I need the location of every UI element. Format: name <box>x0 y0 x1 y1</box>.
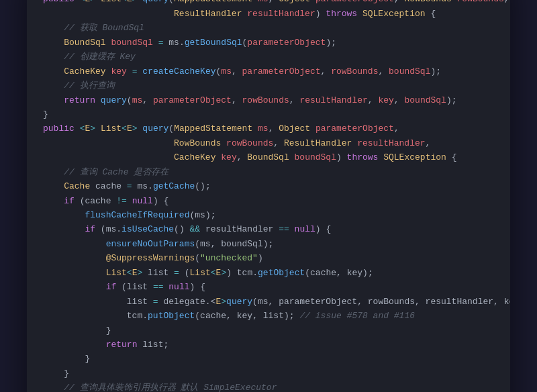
code-line: flushCacheIfRequired(ms); <box>43 208 494 222</box>
code-line: public <E> List<E> query(MappedStatement… <box>43 121 494 136</box>
code-line: return query(ms, parameterObject, rowBou… <box>43 93 494 107</box>
code-line: // 查询具体装饰引用执行器 默认 SimpleExecutor <box>43 381 494 392</box>
code-line: // 查询 Cache 是否存在 <box>43 165 494 179</box>
code-line: public <E> List<E> query(MappedStatement… <box>43 0 494 7</box>
code-line: } <box>43 107 494 121</box>
code-line: CacheKey key = createCacheKey(ms, parame… <box>43 64 494 79</box>
code-line: BoundSql boundSql = ms.getBoundSql(param… <box>43 36 494 50</box>
code-line: List<E> list = (List<E>) tcm.getObject(c… <box>43 266 494 280</box>
code-line: ensureNoOutParams(ms, boundSql); <box>43 237 494 251</box>
code-line: Cache cache = ms.getCache(); <box>43 179 494 193</box>
window-wrapper: public <E> List<E> query(MappedStatement… <box>27 0 510 392</box>
code-line: // 执行查询 <box>43 79 494 93</box>
code-line: if (ms.isUseCache() && resultHandler == … <box>43 222 494 236</box>
code-window: public <E> List<E> query(MappedStatement… <box>27 0 510 392</box>
code-line: } <box>43 366 494 381</box>
code-line: list = delegate.<E>query(ms, parameterOb… <box>43 295 494 309</box>
code-line: ResultHandler resultHandler) throws SQLE… <box>43 7 494 21</box>
code-line: return list; <box>43 338 494 352</box>
code-line: CacheKey key, BoundSql boundSql) throws … <box>43 150 494 164</box>
code-line: @SuppressWarnings("unchecked") <box>43 251 494 265</box>
code-line: } <box>43 352 494 366</box>
code-line: } <box>43 324 494 338</box>
code-line: RowBounds rowBounds, ResultHandler resul… <box>43 136 494 150</box>
code-line: // 创建缓存 Key <box>43 50 494 64</box>
code-line: if (list == null) { <box>43 280 494 294</box>
code-line: tcm.putObject(cache, key, list); // issu… <box>43 309 494 323</box>
code-editor: public <E> List<E> query(MappedStatement… <box>27 0 510 392</box>
code-line: // 获取 BoundSql <box>43 21 494 35</box>
code-line: if (cache != null) { <box>43 194 494 208</box>
